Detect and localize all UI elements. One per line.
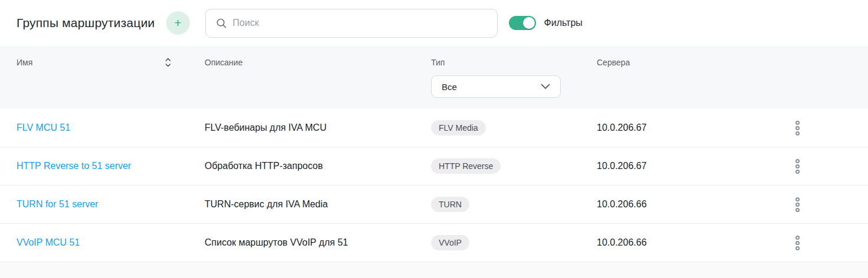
chevron-down-icon xyxy=(541,84,550,90)
table-row: TURN for 51 server TURN-сервис для IVA M… xyxy=(0,186,868,224)
table-row: VVoIP MCU 51 Список маршрутов VVoIP для … xyxy=(0,224,868,262)
search-box[interactable] xyxy=(205,9,498,38)
table-row: FLV MCU 51 FLV-вебинары для IVA MCU FLV … xyxy=(0,109,868,147)
server-address: 10.0.206.66 xyxy=(597,199,772,210)
search-input[interactable] xyxy=(233,18,486,28)
type-badge: HTTP Reverse xyxy=(431,158,501,174)
type-filter-dropdown[interactable]: Все xyxy=(431,75,561,98)
group-name-link[interactable]: VVoIP MCU 51 xyxy=(17,237,80,247)
plus-icon: + xyxy=(174,16,181,29)
column-header-description: Описание xyxy=(205,58,431,67)
filters-toggle[interactable] xyxy=(509,16,536,30)
table-header: Имя Описание Тип Сервера Все xyxy=(0,46,868,109)
group-description: TURN-сервис для IVA Media xyxy=(205,199,431,210)
page-background xyxy=(0,262,868,278)
toggle-knob xyxy=(523,17,535,29)
table-body: FLV MCU 51 FLV-вебинары для IVA MCU FLV … xyxy=(0,109,868,262)
kebab-menu-icon xyxy=(795,236,800,240)
type-badge: FLV Media xyxy=(431,120,486,135)
row-menu-button[interactable] xyxy=(789,233,805,253)
column-header-name: Имя xyxy=(17,57,205,68)
group-name-link[interactable]: FLV MCU 51 xyxy=(17,123,70,133)
kebab-menu-icon xyxy=(795,197,800,201)
group-description: FLV-вебинары для IVA MCU xyxy=(205,123,431,133)
row-menu-button[interactable] xyxy=(789,194,805,214)
add-group-button[interactable]: + xyxy=(166,11,190,35)
page-title: Группы маршрутизации xyxy=(17,16,155,30)
row-menu-button[interactable] xyxy=(789,156,805,176)
kebab-menu-icon xyxy=(795,121,800,125)
table-row: HTTP Reverse to 51 server Обработка HTTP… xyxy=(0,147,868,186)
toolbar: Группы маршрутизации + Фильтры xyxy=(0,0,868,46)
group-name-link[interactable]: HTTP Reverse to 51 server xyxy=(17,161,131,171)
kebab-menu-icon xyxy=(795,159,800,163)
type-badge: TURN xyxy=(431,197,469,212)
column-header-type: Тип xyxy=(431,58,597,67)
server-address: 10.0.206.66 xyxy=(597,237,772,248)
type-filter-value: Все xyxy=(442,82,457,92)
row-menu-button[interactable] xyxy=(789,118,805,138)
type-badge: VVoIP xyxy=(431,235,469,250)
search-icon xyxy=(216,18,226,28)
group-description: Список маршрутов VVoIP для 51 xyxy=(205,237,431,248)
group-name-link[interactable]: TURN for 51 server xyxy=(17,199,98,209)
server-address: 10.0.206.67 xyxy=(597,161,772,171)
group-description: Обработка HTTP-запросов xyxy=(205,161,431,171)
sort-name-button[interactable] xyxy=(165,57,172,68)
filters-toggle-label: Фильтры xyxy=(544,18,583,28)
column-header-servers: Сервера xyxy=(597,58,772,67)
server-address: 10.0.206.67 xyxy=(597,123,772,133)
sort-arrows-icon xyxy=(165,57,172,68)
